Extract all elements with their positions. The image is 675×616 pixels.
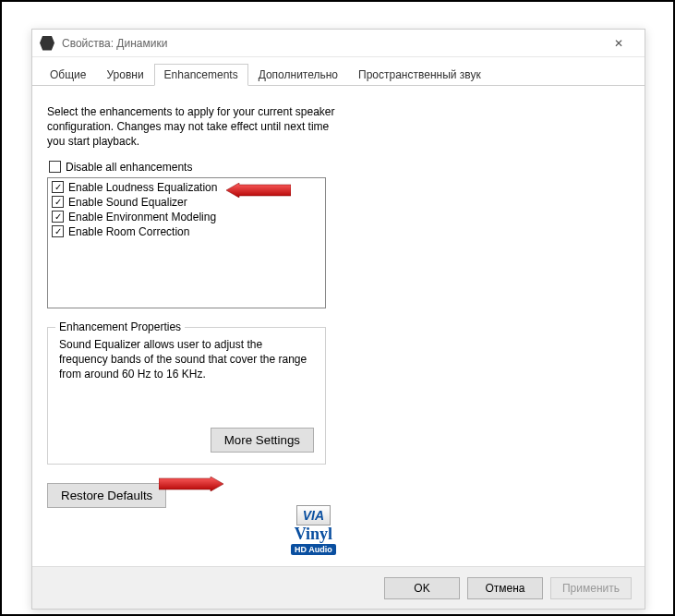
dialog-footer: OK Отмена Применить [32,566,645,609]
via-brand: VIA [296,505,331,525]
properties-text: Sound Equalizer allows user to adjust th… [59,337,314,382]
properties-legend: Enhancement Properties [55,320,185,333]
tab-spatial[interactable]: Пространственный звук [348,64,491,86]
tab-general[interactable]: Общие [40,64,96,86]
list-item[interactable]: Enable Loudness Equalization [52,180,321,195]
close-button[interactable]: ✕ [600,30,637,56]
cancel-button[interactable]: Отмена [467,577,543,599]
list-item-label: Enable Sound Equalizer [68,196,187,209]
via-vinyl-logo: VIA Vinyl HD Audio [291,505,336,555]
apply-button[interactable]: Применить [550,577,632,599]
checkbox-environment[interactable] [52,211,64,223]
disable-all-checkbox-row[interactable]: Disable all enhancements [47,161,630,174]
tab-content: Select the enhancements to apply for you… [32,86,645,519]
titlebar: Свойства: Динамики ✕ [32,30,645,57]
list-item-label: Enable Room Correction [68,225,189,238]
list-item[interactable]: Enable Environment Modeling [52,210,321,224]
disable-all-checkbox[interactable] [49,161,61,173]
properties-dialog: Свойства: Динамики ✕ Общие Уровни Enhanc… [31,29,645,610]
ok-button[interactable]: OK [384,577,460,599]
speaker-icon [40,36,54,51]
list-item-label: Enable Loudness Equalization [68,181,217,194]
checkbox-loudness[interactable] [52,181,64,193]
window-title: Свойства: Динамики [62,37,600,50]
tab-enhancements[interactable]: Enhancements [154,64,248,86]
tab-advanced[interactable]: Дополнительно [248,64,348,86]
list-item[interactable]: Enable Room Correction [52,224,321,239]
tab-levels[interactable]: Уровни [96,64,153,86]
restore-defaults-button[interactable]: Restore Defaults [47,483,166,508]
enhancement-properties-group: Enhancement Properties Sound Equalizer a… [47,327,326,465]
enhancements-list[interactable]: Enable Loudness Equalization Enable Soun… [47,177,326,308]
checkbox-equalizer[interactable] [52,196,64,208]
checkbox-room[interactable] [52,225,64,237]
more-settings-button[interactable]: More Settings [211,428,314,453]
list-item[interactable]: Enable Sound Equalizer [52,195,321,210]
hd-audio-badge: HD Audio [291,544,336,555]
tab-strip: Общие Уровни Enhancements Дополнительно … [32,57,645,86]
disable-all-label: Disable all enhancements [66,161,192,174]
list-item-label: Enable Environment Modeling [68,211,216,223]
description-text: Select the enhancements to apply for you… [47,104,343,150]
vinyl-text: Vinyl [291,525,336,542]
